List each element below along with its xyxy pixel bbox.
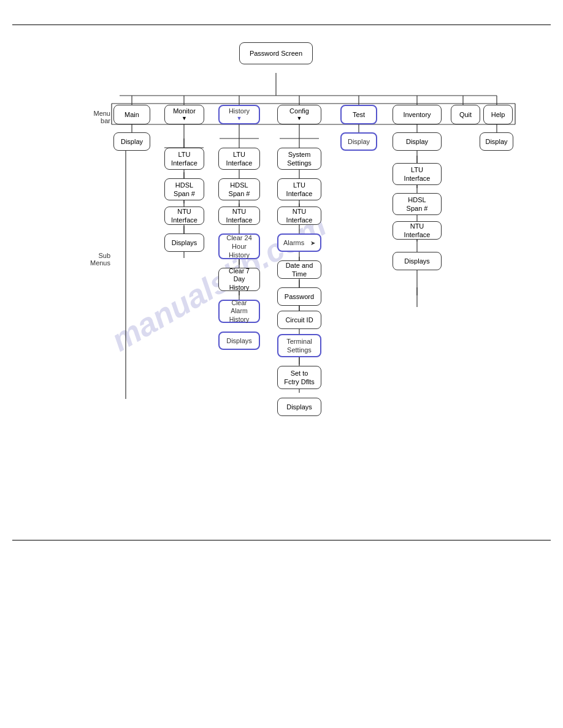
help-node: Help <box>483 105 513 124</box>
test-node: Test <box>340 105 377 124</box>
config-node: Config ▼ <box>277 105 321 124</box>
sub-menus-label: Sub Menus <box>77 252 110 267</box>
history-clear24-node: Clear 24 Hour History <box>218 233 260 259</box>
config-ltu-node: LTU Interface <box>277 178 321 200</box>
monitor-ltu-node: LTU Interface <box>164 148 204 170</box>
page-container: manualslib.com <box>0 0 563 728</box>
inventory-ntu-node: NTU Interface <box>393 221 442 240</box>
config-datetime-node: Date and Time <box>277 260 321 279</box>
history-clear7-node: Clear 7 Day History <box>218 268 260 291</box>
help-display-node: Display <box>480 132 513 151</box>
config-ntu-node: NTU Interface <box>277 207 321 225</box>
history-displays-node: Displays <box>218 332 260 350</box>
config-system-node: System Settings <box>277 148 321 170</box>
monitor-displays-node: Displays <box>164 233 204 252</box>
inventory-hdsl-node: HDSL Span # <box>393 193 442 215</box>
quit-node: Quit <box>451 105 480 124</box>
config-password-node: Password <box>277 287 321 306</box>
test-display-node: Display <box>340 132 377 151</box>
password-screen-node: Password Screen <box>239 42 313 64</box>
monitor-hdsl-node: HDSL Span # <box>164 178 204 200</box>
main-node: Main <box>113 105 150 124</box>
history-ltu-node: LTU Interface <box>218 148 260 170</box>
history-ntu-node: NTU Interface <box>218 207 260 225</box>
monitor-ntu-node: NTU Interface <box>164 207 204 225</box>
config-factory-node: Set to Fctry Dflts <box>277 366 321 389</box>
monitor-node: Monitor ▼ <box>164 105 204 124</box>
inventory-displays-node: Displays <box>393 252 442 270</box>
history-clearalarm-node: Clear Alarm History <box>218 300 260 323</box>
inventory-node: Inventory <box>393 105 442 124</box>
bottom-line <box>12 540 551 540</box>
top-line <box>12 25 551 25</box>
diagram-area: manualslib.com <box>12 31 552 534</box>
config-terminal-node: Terminal Settings <box>277 334 321 357</box>
menu-bar-label: Menu bar <box>80 110 110 124</box>
history-node: History ▼ <box>218 105 260 124</box>
config-displays-node: Displays <box>277 398 321 416</box>
config-alarms-node: Alarms ➤ <box>277 233 321 252</box>
inventory-ltu-node: LTU Interface <box>393 163 442 185</box>
main-display-node: Display <box>113 132 150 151</box>
inventory-display-node: Display <box>393 132 442 151</box>
history-hdsl-node: HDSL Span # <box>218 178 260 200</box>
config-circuitid-node: Circuit ID <box>277 311 321 329</box>
